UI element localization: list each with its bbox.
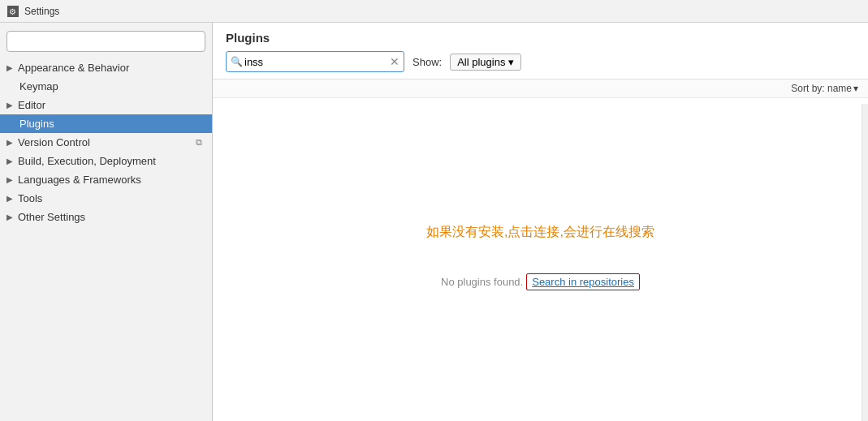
sidebar-item-appearance[interactable]: ▶ Appearance & Behavior [0,58,212,77]
sidebar-item-tools[interactable]: ▶ Tools [0,189,212,208]
svg-text:⚙: ⚙ [9,7,16,16]
plugin-list-area: Sort by: name ▾ 如果没有安装,点击连接,会进行在线搜索 No p… [213,79,868,421]
no-plugins-row: No plugins found. Search in repositories [441,273,640,290]
plugin-search-wrap: 🔍 ✕ [226,51,404,72]
sort-arrow-icon: ▾ [853,83,858,94]
content-title: Plugins [226,31,855,45]
sidebar-item-languages[interactable]: ▶ Languages & Frameworks [0,170,212,189]
arrow-icon: ▶ [6,157,16,165]
title-bar: ⚙ Settings [0,0,868,23]
show-dropdown-value: All plugins [457,56,505,68]
show-dropdown-arrow: ▾ [508,56,514,68]
sidebar-item-label: Editor [18,99,202,111]
sidebar-item-build[interactable]: ▶ Build, Execution, Deployment [0,152,212,170]
show-dropdown[interactable]: All plugins ▾ [450,54,521,71]
search-in-repositories-link[interactable]: Search in repositories [526,273,640,290]
scrollbar-track[interactable] [862,104,868,421]
title-bar-text: Settings [24,6,59,17]
sidebar-search-input[interactable] [6,31,205,52]
sidebar-item-label: Keymap [19,80,202,92]
plugin-content: 如果没有安装,点击连接,会进行在线搜索 No plugins found. Se… [213,98,868,415]
sidebar-item-label: Plugins [19,118,202,130]
sort-by-label: Sort by: name [791,83,852,94]
arrow-icon: ▶ [6,175,16,184]
plugin-toolbar: 🔍 ✕ Show: All plugins ▾ [226,51,855,72]
clear-search-icon[interactable]: ✕ [390,56,399,67]
sidebar-item-label: Other Settings [18,211,202,223]
main-layout: ▶ Appearance & Behavior Keymap ▶ Editor … [0,23,868,421]
sidebar-item-other[interactable]: ▶ Other Settings [0,208,212,226]
settings-icon: ⚙ [6,5,19,18]
arrow-icon: ▶ [6,213,16,221]
plugin-search-input[interactable] [226,51,404,72]
sidebar-item-version-control[interactable]: ▶ Version Control ⧉ [0,133,212,152]
sidebar-item-label: Languages & Frameworks [18,174,202,186]
annotation-text: 如果没有安装,点击连接,会进行在线搜索 [426,224,654,241]
arrow-icon: ▶ [6,101,16,110]
sort-by[interactable]: Sort by: name ▾ [791,83,858,94]
sidebar-item-editor[interactable]: ▶ Editor [0,96,212,114]
arrow-icon: ▶ [6,138,16,147]
sidebar-item-plugins[interactable]: Plugins [0,114,212,133]
arrow-icon: ▶ [6,194,16,203]
sidebar-item-label: Tools [18,192,202,204]
sidebar-item-keymap[interactable]: Keymap [0,77,212,96]
show-label: Show: [412,56,442,68]
sidebar-item-label: Appearance & Behavior [18,62,202,74]
arrow-icon: ▶ [6,63,16,72]
plugin-list-header: Sort by: name ▾ [213,79,868,98]
content-area: Plugins 🔍 ✕ Show: All plugins ▾ [213,23,868,421]
sidebar-item-label: Version Control [18,136,196,148]
sidebar-item-label: Build, Execution, Deployment [18,155,202,167]
sidebar: ▶ Appearance & Behavior Keymap ▶ Editor … [0,23,213,421]
sidebar-search-wrap[interactable] [6,31,205,52]
no-plugins-text: No plugins found. [441,276,523,288]
copy-icon: ⧉ [196,137,202,148]
search-icon: 🔍 [231,56,243,67]
content-header: Plugins 🔍 ✕ Show: All plugins ▾ [213,23,868,79]
